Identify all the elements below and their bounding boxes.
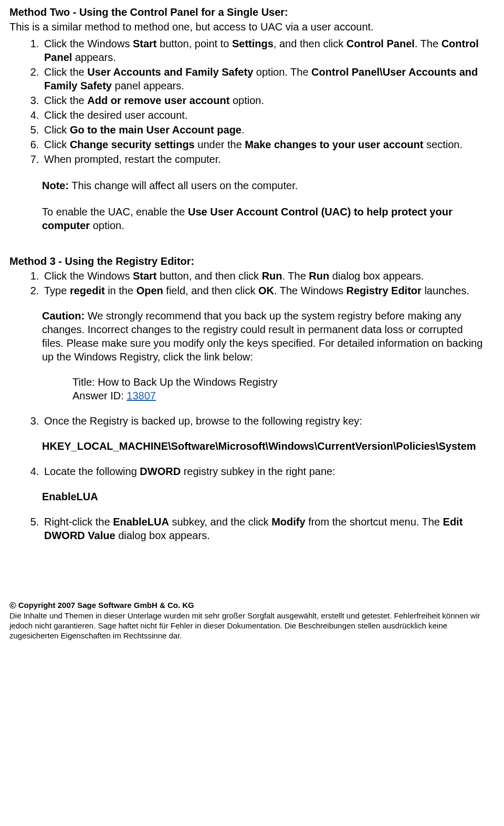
enable-text: To enable the UAC, enable the bbox=[42, 206, 188, 218]
step-text: Click bbox=[44, 124, 70, 136]
bold-text: Add or remove user account bbox=[87, 95, 229, 106]
bold-text: Registry Editor bbox=[346, 285, 421, 296]
document-body: Method Two - Using the Control Panel for… bbox=[0, 0, 504, 542]
step-text: launches. bbox=[422, 285, 469, 296]
step-item: Once the Registry is backed up, browse t… bbox=[42, 414, 486, 428]
step-text: Click the bbox=[44, 95, 87, 106]
note-label: Note: bbox=[42, 180, 69, 191]
caution-text: We strongly recommend that you back up t… bbox=[42, 310, 482, 363]
method-three-heading: Method 3 - Using the Registry Editor: bbox=[9, 254, 486, 268]
dword-name-block: EnableLUA bbox=[42, 490, 486, 503]
bold-text: Go to the main User Account page bbox=[70, 124, 242, 136]
bold-text: Start bbox=[133, 270, 157, 282]
copyright-icon: © bbox=[9, 601, 16, 611]
bold-text: Change security settings bbox=[70, 139, 195, 150]
method-two-heading: Method Two - Using the Control Panel for… bbox=[9, 5, 486, 19]
method-three-steps-d: Right-click the EnableLUA subkey, and th… bbox=[9, 515, 486, 542]
method-three-steps-a: Click the Windows Start button, and then… bbox=[9, 269, 486, 297]
footer-disclaimer: Die Inhalte und Themen in dieser Unterla… bbox=[9, 611, 486, 641]
bold-text: Control Panel bbox=[346, 38, 415, 49]
step-text: . bbox=[242, 124, 245, 136]
bold-text: regedit bbox=[70, 285, 105, 296]
step-item: Click the Add or remove user account opt… bbox=[42, 94, 486, 107]
step-text: , and then click bbox=[274, 38, 346, 49]
page-footer: © Copyright 2007 Sage Software GmbH & Co… bbox=[0, 600, 504, 645]
reference-answer-line: Answer ID: 13807 bbox=[72, 389, 486, 402]
caution-block: Caution: We strongly recommend that you … bbox=[42, 309, 486, 364]
step-text: Click the desired user account. bbox=[44, 109, 187, 121]
step-text: option. The bbox=[253, 66, 311, 78]
step-text: Click the Windows bbox=[44, 270, 133, 282]
step-text: . The bbox=[282, 270, 309, 282]
step-text: Right-click the bbox=[44, 516, 113, 528]
step-item: Click the desired user account. bbox=[42, 108, 486, 122]
method-three-steps-c: Locate the following DWORD registry subk… bbox=[9, 464, 486, 478]
step-text: under the bbox=[195, 139, 245, 150]
method-two-steps: Click the Windows Start button, point to… bbox=[9, 37, 486, 166]
enable-text: option. bbox=[90, 220, 124, 231]
step-text: in the bbox=[105, 285, 136, 296]
step-text: Click the bbox=[44, 66, 87, 78]
bold-text: User Accounts and Family Safety bbox=[87, 66, 253, 78]
step-text: appears. bbox=[72, 51, 116, 63]
bold-text: Run bbox=[309, 270, 329, 282]
step-text: Once the Registry is backed up, browse t… bbox=[44, 415, 362, 427]
method-two-intro: This is a similar method to method one, … bbox=[9, 20, 486, 34]
step-text: Click the Windows bbox=[44, 38, 133, 49]
step-item: Click the Windows Start button, point to… bbox=[42, 37, 486, 64]
step-text: option. bbox=[229, 95, 264, 106]
copyright-text: Copyright 2007 Sage Software GmbH & Co. … bbox=[16, 601, 194, 610]
step-text: When prompted, restart the computer. bbox=[44, 153, 221, 165]
copyright-line: © Copyright 2007 Sage Software GmbH & Co… bbox=[9, 600, 486, 611]
step-item: Click Go to the main User Account page. bbox=[42, 123, 486, 137]
bold-text: Open bbox=[136, 285, 163, 296]
registry-key-block: HKEY_LOCAL_MACHINE\Software\Microsoft\Wi… bbox=[42, 439, 486, 453]
step-text: . The bbox=[415, 38, 442, 49]
bold-text: Start bbox=[133, 38, 157, 49]
step-item: Type regedit in the Open field, and then… bbox=[42, 284, 486, 297]
step-item: Right-click the EnableLUA subkey, and th… bbox=[42, 515, 486, 542]
step-item: Locate the following DWORD registry subk… bbox=[42, 464, 486, 478]
enable-uac-block: To enable the UAC, enable the Use User A… bbox=[42, 205, 486, 232]
step-text: Locate the following bbox=[44, 466, 140, 477]
note-block: Note: This change will affect all users … bbox=[42, 179, 486, 192]
answer-id-link[interactable]: 13807 bbox=[127, 390, 156, 401]
reference-block: Title: How to Back Up the Windows Regist… bbox=[72, 375, 486, 402]
bold-text: OK bbox=[258, 285, 274, 296]
step-text: registry subkey in the right pane: bbox=[181, 466, 335, 477]
bold-text: EnableLUA bbox=[113, 516, 169, 528]
answer-id-label: Answer ID: bbox=[72, 390, 127, 401]
step-text: button, and then click bbox=[157, 270, 262, 282]
bold-text: Run bbox=[262, 270, 282, 282]
step-text: . The Windows bbox=[274, 285, 346, 296]
method-three-steps-b: Once the Registry is backed up, browse t… bbox=[9, 414, 486, 428]
reference-title: Title: How to Back Up the Windows Regist… bbox=[72, 375, 486, 389]
step-text: dialog box appears. bbox=[116, 530, 210, 541]
bold-text: Settings bbox=[232, 38, 274, 49]
step-text: from the shortcut menu. The bbox=[306, 516, 443, 528]
step-text: subkey, and the click bbox=[169, 516, 271, 528]
step-text: dialog box appears. bbox=[329, 270, 424, 282]
step-text: button, point to bbox=[157, 38, 232, 49]
step-item: Click Change security settings under the… bbox=[42, 138, 486, 151]
step-item: When prompted, restart the computer. bbox=[42, 152, 486, 166]
step-text: section. bbox=[423, 139, 462, 150]
step-text: Click bbox=[44, 139, 70, 150]
step-text: Type bbox=[44, 285, 70, 296]
step-text: panel appears. bbox=[112, 80, 184, 91]
note-text: This change will affect all users on the… bbox=[69, 180, 298, 191]
step-text: field, and then click bbox=[163, 285, 258, 296]
caution-label: Caution: bbox=[42, 310, 85, 322]
step-item: Click the Windows Start button, and then… bbox=[42, 269, 486, 283]
bold-text: Modify bbox=[271, 516, 305, 528]
bold-text: Make changes to your user account bbox=[245, 139, 423, 150]
step-item: Click the User Accounts and Family Safet… bbox=[42, 65, 486, 92]
bold-text: DWORD bbox=[140, 466, 181, 477]
